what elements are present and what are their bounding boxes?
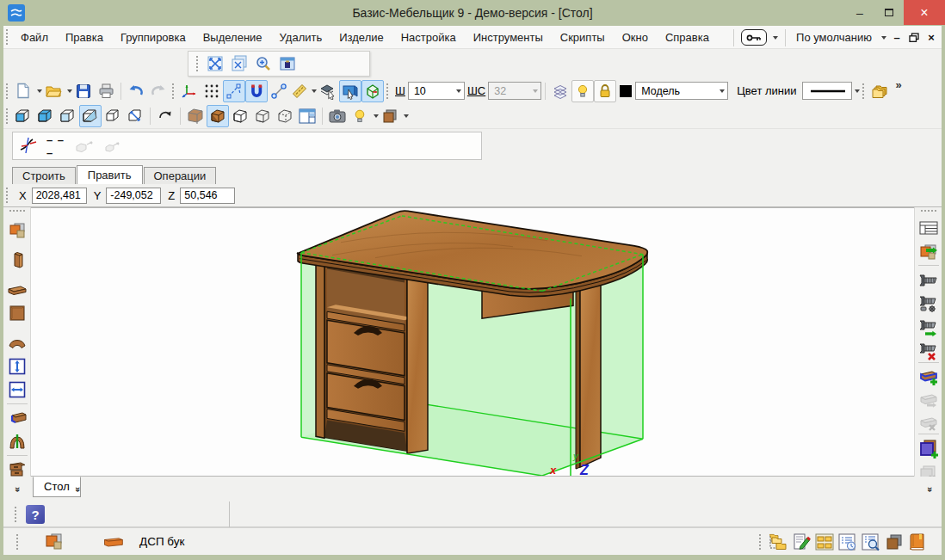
search-parameters-button[interactable] <box>860 532 881 553</box>
operations-history-button[interactable] <box>837 532 858 553</box>
toolbar-grip[interactable] <box>195 55 199 72</box>
frontal-panel-button[interactable] <box>6 302 28 324</box>
curved-panel-button[interactable] <box>6 331 28 354</box>
menu-file[interactable]: Файл <box>12 28 57 47</box>
grid-button[interactable] <box>201 80 223 102</box>
bend-panel-button[interactable] <box>6 430 28 452</box>
mdi-minimize-button[interactable]: – <box>890 31 904 44</box>
layer-lock-button[interactable] <box>594 80 616 102</box>
extrude2-disabled-button[interactable] <box>101 135 123 157</box>
coordinate-system-button[interactable] <box>178 80 201 102</box>
toolbar-grip[interactable] <box>171 83 175 100</box>
redo-button[interactable] <box>147 80 170 102</box>
fit-all-button[interactable] <box>228 52 250 75</box>
edit-notes-button[interactable] <box>790 532 812 553</box>
materials-dropdown-icon[interactable] <box>404 114 409 118</box>
help-button[interactable]: ? <box>26 505 45 524</box>
split-viewport-button[interactable] <box>296 105 318 127</box>
tab-edit[interactable]: Править <box>77 165 143 186</box>
menu-tools[interactable]: Инструменты <box>465 28 552 47</box>
license-key-button[interactable] <box>741 29 767 46</box>
select-panel-button[interactable] <box>339 80 361 102</box>
snapshot-button[interactable] <box>326 105 349 127</box>
specification-table-button[interactable] <box>917 217 940 239</box>
edge-delete-disabled-button[interactable] <box>917 412 940 434</box>
tab-build[interactable]: Строить <box>12 167 76 186</box>
menu-window[interactable]: Окно <box>614 28 657 47</box>
license-dropdown-icon[interactable] <box>773 36 778 40</box>
menu-delete[interactable]: Удалить <box>271 28 331 47</box>
fit-view-button[interactable] <box>204 52 226 75</box>
fastener-button[interactable] <box>917 269 940 292</box>
coord-y-input[interactable]: -249,052 <box>106 188 161 204</box>
panels-group-button[interactable] <box>6 219 28 242</box>
menu-product[interactable]: Изделие <box>330 28 392 47</box>
toolbar-grip[interactable] <box>862 83 865 100</box>
fastener-settings-button[interactable] <box>917 293 940 316</box>
edge-banding-button[interactable] <box>6 406 28 428</box>
view-shaded-button[interactable] <box>34 105 57 127</box>
menu-grouping[interactable]: Группировка <box>112 28 195 47</box>
undo-button[interactable] <box>125 80 147 102</box>
layer-color-swatch[interactable] <box>616 80 635 102</box>
fragments-library-button[interactable] <box>868 80 891 102</box>
dash-line-button[interactable]: – – – <box>46 135 68 157</box>
fastener-delete-button[interactable] <box>917 341 940 363</box>
resize-vertical-button[interactable] <box>6 355 28 378</box>
trim-curves-button[interactable] <box>18 135 40 157</box>
render-wire1-button[interactable] <box>251 105 274 127</box>
export-panel-button[interactable] <box>917 241 940 263</box>
render-white-button[interactable] <box>229 105 251 127</box>
render-wire2-button[interactable] <box>274 105 296 127</box>
scheme-dropdown-icon[interactable] <box>881 36 886 40</box>
fastener-insert-button[interactable] <box>917 317 940 340</box>
view-front-button[interactable] <box>12 105 34 127</box>
menu-settings[interactable]: Настройка <box>392 28 465 47</box>
render-textured-dim-button[interactable] <box>184 105 207 127</box>
materials-manager-button[interactable] <box>883 532 905 553</box>
panel-width-combo[interactable]: 10 <box>408 82 465 100</box>
toolbar-grip[interactable] <box>9 209 26 212</box>
line-style-combo[interactable] <box>802 82 852 100</box>
rotate-view-button[interactable] <box>154 105 176 127</box>
view-fit-object-button[interactable] <box>124 105 146 127</box>
print-button[interactable] <box>95 80 117 102</box>
view-isometric-button[interactable] <box>79 105 102 127</box>
select-stack-button[interactable] <box>317 80 339 102</box>
layers-button[interactable] <box>549 80 571 102</box>
horizontal-panel-button[interactable] <box>6 278 28 300</box>
object-mode-button[interactable] <box>361 80 384 102</box>
fragments-window-button[interactable] <box>813 532 835 553</box>
ruler-button[interactable] <box>290 80 309 102</box>
tab-scroll-chevron[interactable]: » <box>73 487 83 492</box>
menu-selection[interactable]: Выделение <box>195 28 271 47</box>
resize-horizontal-button[interactable] <box>6 378 28 401</box>
render-textured-button[interactable] <box>207 105 229 127</box>
menubar-grip[interactable] <box>5 28 9 46</box>
window-minimize-button[interactable]: – <box>845 0 874 25</box>
library-book-button[interactable] <box>906 532 928 553</box>
layer-visibility-button[interactable] <box>571 80 594 102</box>
measure-button[interactable] <box>268 80 290 102</box>
new-document-button[interactable] <box>12 80 34 102</box>
magnet-snap-button[interactable] <box>245 80 268 102</box>
scheme-selector[interactable]: По умолчанию <box>793 31 875 44</box>
toolbar-grip[interactable] <box>386 83 389 100</box>
toolbar-overflow-chevron[interactable]: » <box>896 78 902 91</box>
line-style-dropdown-icon[interactable] <box>855 89 860 93</box>
coord-z-input[interactable]: 50,546 <box>180 188 235 204</box>
viewport-3d[interactable]: x y Z <box>31 207 914 477</box>
menu-edit[interactable]: Правка <box>57 28 112 47</box>
vertical-panel-button[interactable] <box>6 249 28 272</box>
toolbar-grip[interactable] <box>5 187 9 204</box>
extrude-disabled-button[interactable] <box>73 135 96 157</box>
menu-help[interactable]: Справка <box>657 28 718 47</box>
menu-scripts[interactable]: Скрипты <box>552 28 614 47</box>
snap-mode-button[interactable] <box>223 80 245 102</box>
redraw-button[interactable] <box>276 52 299 75</box>
toolbar-grip[interactable] <box>15 533 19 551</box>
layer-combo[interactable]: Модель <box>635 82 728 100</box>
left-toolbar-overflow-chevron[interactable]: » <box>13 487 23 492</box>
current-material-label[interactable]: ДСП бук <box>139 535 184 548</box>
toolbar-grip[interactable] <box>5 83 9 100</box>
